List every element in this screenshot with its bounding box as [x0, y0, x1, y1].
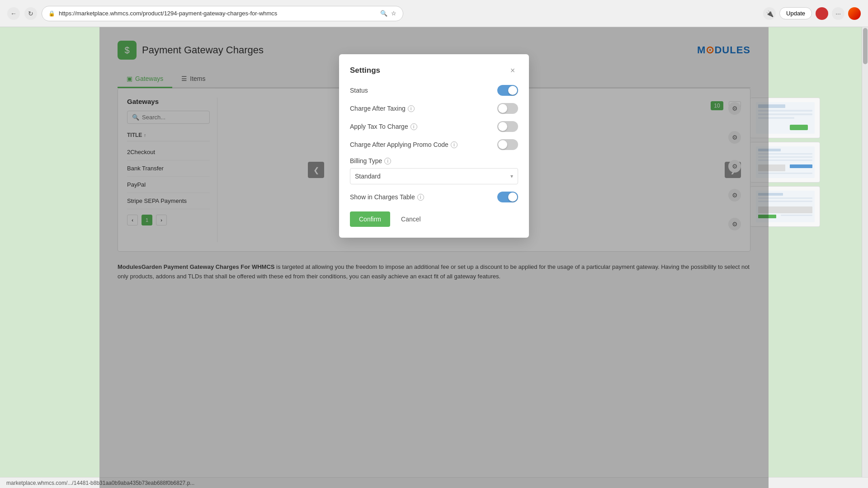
apply-tax-thumb — [498, 122, 507, 131]
charge-after-taxing-track — [497, 103, 518, 114]
show-in-charges-label: Show in Charges Table i — [350, 193, 424, 201]
show-in-charges-row: Show in Charges Table i — [350, 192, 518, 202]
update-label: Update — [786, 10, 805, 17]
charge-after-taxing-row: Charge After Taxing i — [350, 103, 518, 114]
user-avatar[interactable] — [816, 7, 828, 20]
confirm-button[interactable]: Confirm — [350, 211, 390, 227]
charge-after-taxing-thumb — [498, 104, 507, 113]
apply-tax-label: Apply Tax To Charge i — [350, 123, 417, 130]
billing-type-info-icon[interactable]: i — [384, 158, 391, 164]
svg-rect-5 — [790, 125, 808, 130]
status-row: Status — [350, 85, 518, 96]
svg-rect-12 — [790, 164, 812, 168]
promo-charge-row: Charge After Applying Promo Code i — [350, 139, 518, 150]
back-button[interactable]: ← — [7, 7, 20, 20]
cancel-button[interactable]: Cancel — [395, 211, 427, 227]
show-in-charges-info-icon[interactable]: i — [417, 194, 424, 201]
status-track — [497, 85, 518, 96]
extensions-button[interactable]: 🔌 — [763, 7, 776, 20]
status-toggle[interactable] — [497, 85, 518, 96]
billing-type-label: Billing Type i — [350, 157, 518, 164]
url-text: https://marketplace.whmcs.com/product/12… — [59, 10, 377, 17]
show-in-charges-thumb — [508, 192, 517, 202]
address-bar[interactable]: 🔒 https://marketplace.whmcs.com/product/… — [42, 6, 403, 21]
billing-type-value: Standard — [355, 173, 381, 180]
promo-charge-toggle[interactable] — [497, 139, 518, 150]
status-thumb — [508, 86, 517, 95]
scrollbar[interactable] — [862, 27, 868, 488]
scrollbar-thumb[interactable] — [863, 28, 868, 64]
promo-charge-track — [497, 139, 518, 150]
bookmark-icon: ☆ — [391, 10, 396, 17]
svg-rect-20 — [781, 215, 812, 216]
apply-tax-track — [497, 121, 518, 132]
lock-icon: 🔒 — [48, 10, 55, 17]
billing-type-dropdown[interactable]: Standard ▾ — [350, 168, 518, 184]
chevron-down-icon: ▾ — [510, 173, 513, 179]
charge-after-taxing-toggle[interactable] — [497, 103, 518, 114]
apply-tax-toggle[interactable] — [497, 121, 518, 132]
firefox-icon — [848, 7, 861, 20]
modal-actions: Confirm Cancel — [350, 211, 518, 227]
left-sidebar-bg — [0, 27, 99, 488]
promo-charge-info-icon[interactable]: i — [451, 141, 458, 148]
menu-button[interactable]: ··· — [832, 7, 844, 20]
show-in-charges-toggle[interactable] — [497, 192, 518, 202]
apply-tax-row: Apply Tax To Charge i — [350, 121, 518, 132]
apply-tax-info-icon[interactable]: i — [410, 123, 417, 130]
charge-after-taxing-label: Charge After Taxing i — [350, 105, 415, 112]
modal-header: Settings × — [350, 65, 518, 76]
browser-actions: 🔌 Update ··· — [763, 7, 861, 20]
charge-after-taxing-info-icon[interactable]: i — [408, 105, 415, 112]
page-content: $ Payment Gateway Charges M⊙DULES ▣ Gate… — [99, 27, 769, 488]
show-in-charges-track — [497, 192, 518, 202]
settings-modal: Settings × Status Charge After Taxing i — [339, 54, 529, 238]
browser-chrome: ← ↻ 🔒 https://marketplace.whmcs.com/prod… — [0, 0, 868, 27]
search-icon: 🔍 — [380, 10, 387, 17]
status-label: Status — [350, 87, 368, 94]
refresh-button[interactable]: ↻ — [24, 7, 37, 20]
update-button[interactable]: Update — [779, 7, 812, 19]
promo-charge-label: Charge After Applying Promo Code i — [350, 141, 458, 148]
billing-type-row: Billing Type i Standard ▾ — [350, 157, 518, 184]
modal-close-button[interactable]: × — [507, 65, 518, 76]
modal-overlay: Settings × Status Charge After Taxing i — [99, 27, 769, 488]
modal-title: Settings — [350, 66, 380, 75]
promo-charge-thumb — [498, 140, 507, 149]
